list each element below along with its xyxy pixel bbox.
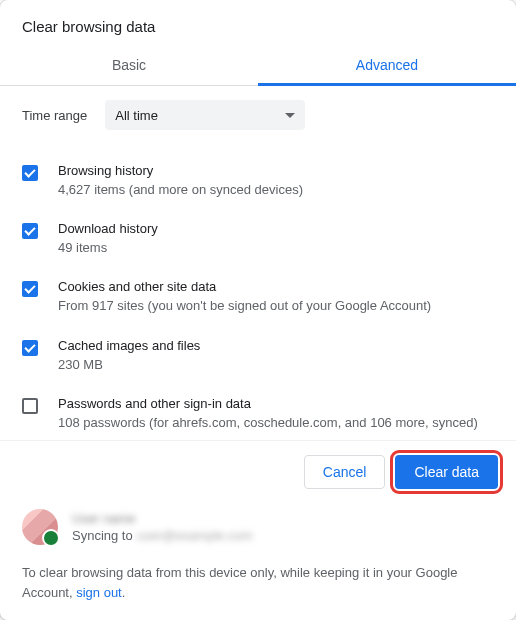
list-item: Download history 49 items [22,210,494,268]
checkbox-passwords[interactable] [22,398,38,414]
cancel-button[interactable]: Cancel [304,455,386,489]
dialog-footer: Cancel Clear data [0,441,516,503]
list-item: Cached images and files 230 MB [22,327,494,385]
item-title: Browsing history [58,163,494,178]
item-desc: 4,627 items (and more on synced devices) [58,181,494,199]
tabs: Basic Advanced [0,45,516,86]
note-suffix: . [122,585,126,600]
time-range-label: Time range [22,108,87,123]
footer-note: To clear browsing data from this device … [0,555,516,620]
item-desc: 49 items [58,239,494,257]
chevron-down-icon [285,113,295,118]
dialog-body[interactable]: Time range All time Browsing history 4,6… [0,86,516,441]
item-title: Passwords and other sign-in data [58,396,494,411]
item-text: Cookies and other site data From 917 sit… [58,279,494,315]
list-item: Passwords and other sign-in data 108 pas… [22,385,494,441]
account-text: User name Syncing to user@example.com [72,511,253,543]
syncing-label: Syncing to [72,528,133,543]
clear-data-button[interactable]: Clear data [395,455,498,489]
tab-basic[interactable]: Basic [0,45,258,85]
checkbox-download-history[interactable] [22,223,38,239]
time-range-select[interactable]: All time [105,100,305,130]
item-title: Download history [58,221,494,236]
item-desc: 230 MB [58,356,494,374]
item-text: Download history 49 items [58,221,494,257]
time-range-row: Time range All time [22,100,494,130]
account-row: User name Syncing to user@example.com [0,503,516,555]
item-desc: 108 passwords (for ahrefs.com, coschedul… [58,414,494,432]
item-desc: From 917 sites (you won't be signed out … [58,297,494,315]
sign-out-link[interactable]: sign out [76,585,122,600]
account-name: User name [72,511,253,526]
item-text: Cached images and files 230 MB [58,338,494,374]
item-title: Cookies and other site data [58,279,494,294]
time-range-value: All time [115,108,158,123]
clear-browsing-data-dialog: Clear browsing data Basic Advanced Time … [0,0,516,620]
list-item: Browsing history 4,627 items (and more o… [22,152,494,210]
checkbox-cached[interactable] [22,340,38,356]
checkbox-cookies[interactable] [22,281,38,297]
list-item: Cookies and other site data From 917 sit… [22,268,494,326]
item-text: Browsing history 4,627 items (and more o… [58,163,494,199]
item-text: Passwords and other sign-in data 108 pas… [58,396,494,432]
dialog-title: Clear browsing data [0,0,516,45]
account-email: user@example.com [137,528,253,543]
item-title: Cached images and files [58,338,494,353]
checkbox-browsing-history[interactable] [22,165,38,181]
tab-advanced[interactable]: Advanced [258,45,516,85]
account-syncing: Syncing to user@example.com [72,528,253,543]
avatar [22,509,58,545]
